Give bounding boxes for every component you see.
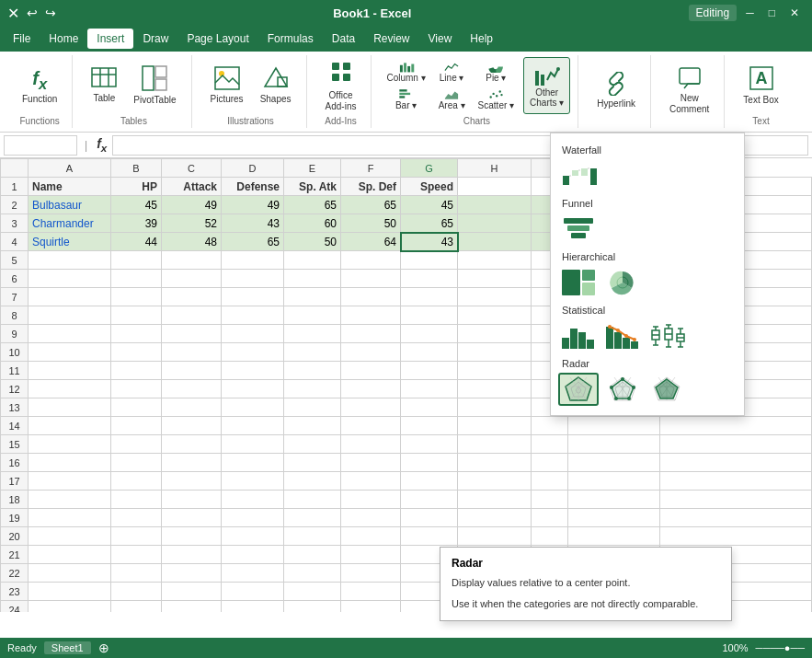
cell-8-3[interactable] bbox=[222, 306, 284, 325]
cell-15-5[interactable] bbox=[341, 435, 401, 454]
cell-18-3[interactable] bbox=[222, 491, 284, 509]
cell-5-3[interactable] bbox=[222, 251, 284, 270]
cell-20-6[interactable] bbox=[401, 527, 458, 546]
cell-22-3[interactable] bbox=[222, 564, 284, 583]
cell-16-5[interactable] bbox=[341, 454, 401, 472]
text-box-button[interactable]: A Text Box bbox=[736, 57, 785, 114]
waterfall-chart-icon[interactable] bbox=[558, 159, 599, 192]
cell-3-1[interactable]: 39 bbox=[111, 214, 162, 233]
menu-formulas[interactable]: Formulas bbox=[258, 29, 323, 49]
cell-18-7[interactable] bbox=[458, 491, 532, 509]
cell-12-6[interactable] bbox=[401, 380, 458, 398]
cell-24-3[interactable] bbox=[222, 601, 284, 613]
cell-5-7[interactable] bbox=[458, 251, 532, 270]
cell-22-5[interactable] bbox=[341, 564, 401, 583]
cell-19-1[interactable] bbox=[111, 509, 162, 527]
cell-2-1[interactable]: 45 bbox=[111, 196, 162, 214]
cell-17-5[interactable] bbox=[341, 472, 401, 491]
cell-1-5[interactable]: Sp. Def bbox=[341, 178, 401, 196]
cell-23-0[interactable] bbox=[29, 583, 111, 601]
cell-6-4[interactable] bbox=[284, 270, 341, 288]
pictures-button[interactable]: Pictures bbox=[203, 57, 251, 114]
cell-23-4[interactable] bbox=[284, 583, 341, 601]
cell-14-4[interactable] bbox=[284, 417, 341, 435]
cell-8-4[interactable] bbox=[284, 306, 341, 325]
histogram-chart-icon[interactable] bbox=[558, 319, 599, 352]
cell-14-8[interactable] bbox=[532, 417, 568, 435]
cell-20-7[interactable] bbox=[458, 527, 532, 546]
cell-3-3[interactable]: 43 bbox=[222, 214, 284, 233]
cell-18-0[interactable] bbox=[29, 491, 111, 509]
cell-10-2[interactable] bbox=[162, 343, 222, 362]
cell-23-5[interactable] bbox=[341, 583, 401, 601]
cell-1-3[interactable]: Defense bbox=[222, 178, 284, 196]
cell-16-2[interactable] bbox=[162, 454, 222, 472]
cell-11-2[interactable] bbox=[162, 362, 222, 380]
cell-24-0[interactable] bbox=[29, 601, 111, 613]
cell-11-0[interactable] bbox=[29, 362, 111, 380]
cell-6-6[interactable] bbox=[401, 270, 458, 288]
cell-21-2[interactable] bbox=[162, 546, 222, 564]
cell-17-4[interactable] bbox=[284, 472, 341, 491]
col-header-e[interactable]: E bbox=[284, 159, 341, 178]
boxwhisker-chart-icon[interactable] bbox=[646, 319, 687, 352]
cell-2-0[interactable]: Bulbasaur bbox=[29, 196, 111, 214]
cell-9-6[interactable] bbox=[401, 325, 458, 343]
cell-13-3[interactable] bbox=[222, 398, 284, 417]
cell-7-3[interactable] bbox=[222, 288, 284, 306]
cell-extra-17-1[interactable] bbox=[660, 472, 812, 491]
cell-5-5[interactable] bbox=[341, 251, 401, 270]
cell-11-1[interactable] bbox=[111, 362, 162, 380]
cell-2-5[interactable]: 65 bbox=[341, 196, 401, 214]
cell-24-1[interactable] bbox=[111, 601, 162, 613]
cell-23-2[interactable] bbox=[162, 583, 222, 601]
cell-3-4[interactable]: 60 bbox=[284, 214, 341, 233]
cell-22-4[interactable] bbox=[284, 564, 341, 583]
cell-9-5[interactable] bbox=[341, 325, 401, 343]
cell-17-8[interactable] bbox=[532, 472, 568, 491]
menu-home[interactable]: Home bbox=[40, 29, 87, 49]
cell-12-2[interactable] bbox=[162, 380, 222, 398]
cell-13-0[interactable] bbox=[29, 398, 111, 417]
cell-8-6[interactable] bbox=[401, 306, 458, 325]
cell-extra-16-0[interactable] bbox=[568, 454, 660, 472]
cell-21-1[interactable] bbox=[111, 546, 162, 564]
hyperlink-button[interactable]: Hyperlink bbox=[589, 63, 643, 120]
cell-6-0[interactable] bbox=[29, 270, 111, 288]
cell-9-3[interactable] bbox=[222, 325, 284, 343]
cell-7-7[interactable] bbox=[458, 288, 532, 306]
cell-15-1[interactable] bbox=[111, 435, 162, 454]
cell-2-6[interactable]: 45 bbox=[401, 196, 458, 214]
cell-20-4[interactable] bbox=[284, 527, 341, 546]
cell-19-3[interactable] bbox=[222, 509, 284, 527]
cell-18-6[interactable] bbox=[401, 491, 458, 509]
radar-markers-chart-icon[interactable] bbox=[602, 373, 643, 406]
cell-5-4[interactable] bbox=[284, 251, 341, 270]
cell-11-3[interactable] bbox=[222, 362, 284, 380]
cell-extra-15-0[interactable] bbox=[568, 435, 660, 454]
cell-16-6[interactable] bbox=[401, 454, 458, 472]
cell-extra-20-1[interactable] bbox=[660, 527, 812, 546]
cell-7-4[interactable] bbox=[284, 288, 341, 306]
cell-14-2[interactable] bbox=[162, 417, 222, 435]
cell-13-5[interactable] bbox=[341, 398, 401, 417]
cell-7-2[interactable] bbox=[162, 288, 222, 306]
cell-22-0[interactable] bbox=[29, 564, 111, 583]
cell-8-0[interactable] bbox=[29, 306, 111, 325]
cell-16-4[interactable] bbox=[284, 454, 341, 472]
cell-19-7[interactable] bbox=[458, 509, 532, 527]
cell-13-4[interactable] bbox=[284, 398, 341, 417]
fx-icon[interactable]: fx bbox=[95, 134, 109, 156]
cell-11-5[interactable] bbox=[341, 362, 401, 380]
cell-17-2[interactable] bbox=[162, 472, 222, 491]
cell-1-0[interactable]: Name bbox=[29, 178, 111, 196]
cell-20-2[interactable] bbox=[162, 527, 222, 546]
menu-draw[interactable]: Draw bbox=[133, 29, 177, 49]
cell-1-7[interactable] bbox=[458, 178, 532, 196]
cell-extra-18-0[interactable] bbox=[568, 491, 660, 509]
cell-9-1[interactable] bbox=[111, 325, 162, 343]
cell-10-7[interactable] bbox=[458, 343, 532, 362]
shapes-button[interactable]: Shapes bbox=[253, 57, 299, 114]
cell-10-1[interactable] bbox=[111, 343, 162, 362]
cell-11-6[interactable] bbox=[401, 362, 458, 380]
